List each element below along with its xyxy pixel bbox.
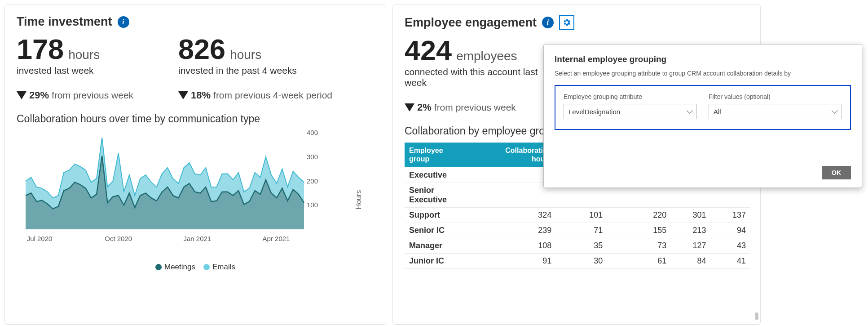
metric2-subtitle: invested in the past 4 weeks xyxy=(178,65,313,76)
filter-select-value: All xyxy=(714,108,721,116)
cell-value: 137 xyxy=(711,208,750,223)
eng-metric-unit: employees xyxy=(456,49,517,63)
cell-value: 127 xyxy=(671,238,710,254)
down-triangle-icon xyxy=(178,91,188,99)
time-investment-card: Time investment i 178 hours invested las… xyxy=(4,4,386,325)
cell-value: 94 xyxy=(711,223,750,238)
eng-metric-number: 424 xyxy=(405,36,452,65)
chart-legend: Meetings Emails xyxy=(17,263,374,272)
svg-text:400: 400 xyxy=(307,130,318,136)
time-card-title: Time investment xyxy=(17,15,112,29)
eng-delta: 2% from previous week xyxy=(405,102,539,113)
cell-value: 84 xyxy=(671,254,710,269)
chart-svg: 100200300400Jul 2020Oct 2020Jan 2021Apr … xyxy=(17,130,331,247)
cell-value: 91 xyxy=(458,254,556,269)
metric2-number: 826 xyxy=(178,35,225,63)
gear-icon xyxy=(562,18,571,27)
attr-select-value: LevelDesignation xyxy=(568,108,620,116)
svg-text:300: 300 xyxy=(307,153,318,161)
metric2-unit: hours xyxy=(230,48,261,62)
svg-text:Jan 2021: Jan 2021 xyxy=(183,235,211,242)
down-triangle-icon xyxy=(17,91,26,99)
settings-button[interactable] xyxy=(559,15,574,30)
legend-emails-label: Emails xyxy=(212,263,235,272)
popup-form: Employee grouping attribute LevelDesigna… xyxy=(555,85,851,130)
cell-group: Manager xyxy=(405,238,458,254)
time-card-header: Time investment i xyxy=(17,15,374,29)
delta1-pct: 29% xyxy=(29,89,49,101)
th-employee-group[interactable]: Employeegroup xyxy=(405,143,458,167)
cell-value: 73 xyxy=(607,238,671,254)
legend-emails[interactable]: Emails xyxy=(203,263,235,272)
svg-text:Jul 2020: Jul 2020 xyxy=(27,235,53,242)
down-triangle-icon xyxy=(405,103,414,112)
attr-select[interactable]: LevelDesignation xyxy=(564,104,697,119)
cell-value: 239 xyxy=(458,223,556,238)
svg-text:200: 200 xyxy=(307,177,318,185)
delta-previous-week: 29% from previous week xyxy=(17,89,151,101)
cell-value xyxy=(458,183,556,208)
chart-y-axis-label: Hours xyxy=(355,190,363,210)
cell-group: Senior Executive xyxy=(405,183,458,208)
cell-value: 155 xyxy=(607,223,671,238)
collab-hours-chart: 100200300400Jul 2020Oct 2020Jan 2021Apr … xyxy=(17,130,362,261)
chevron-down-icon xyxy=(687,107,693,114)
cell-value: 43 xyxy=(711,238,750,254)
cell-group: Junior IC xyxy=(405,254,458,269)
legend-dot-icon xyxy=(155,264,162,270)
delta2-pct: 18% xyxy=(191,89,211,101)
cell-value: 35 xyxy=(556,238,607,254)
popup-description: Select an employee grouping attribute to… xyxy=(555,70,851,77)
cell-value: 30 xyxy=(556,254,607,269)
metric1-number: 178 xyxy=(17,35,64,63)
table-row[interactable]: Junior IC9130618441 xyxy=(405,254,750,269)
th-collab-hours[interactable]: Collaborationhours xyxy=(458,143,556,167)
cell-value: 101 xyxy=(556,208,607,223)
cell-value: 41 xyxy=(711,254,750,269)
filter-label: Filter values (optional) xyxy=(709,93,842,100)
svg-text:Oct 2020: Oct 2020 xyxy=(105,235,132,242)
filter-select[interactable]: All xyxy=(709,104,842,119)
delta1-label: from previous week xyxy=(52,90,133,101)
legend-meetings[interactable]: Meetings xyxy=(155,263,195,272)
metric1-unit: hours xyxy=(68,48,100,62)
cell-value: 324 xyxy=(458,208,556,223)
cell-value: 220 xyxy=(607,208,671,223)
cell-group: Executive xyxy=(405,167,458,183)
cell-value: 61 xyxy=(607,254,671,269)
svg-text:100: 100 xyxy=(307,201,318,209)
info-icon[interactable]: i xyxy=(118,16,129,28)
employee-grouping-popup: Internal employee grouping Select an emp… xyxy=(543,44,862,188)
ok-button[interactable]: OK xyxy=(822,166,851,179)
eng-card-header: Employee engagement i xyxy=(405,15,749,30)
eng-metric-subtitle: connected with this account last week xyxy=(405,67,548,88)
eng-delta-pct: 2% xyxy=(417,102,432,113)
cell-value: 213 xyxy=(671,223,710,238)
metric-hours-4weeks: 826 hours invested in the past 4 weeks xyxy=(178,35,313,76)
svg-text:Apr 2021: Apr 2021 xyxy=(263,235,290,242)
delta2-label: from previous 4-week period xyxy=(213,90,332,101)
legend-meetings-label: Meetings xyxy=(164,263,195,272)
info-icon[interactable]: i xyxy=(542,17,554,28)
popup-title: Internal employee grouping xyxy=(555,54,851,64)
table-row[interactable]: Support324101220301137 xyxy=(405,208,750,223)
metric1-subtitle: invested last week xyxy=(17,65,151,76)
legend-dot-icon xyxy=(203,264,210,270)
table-row[interactable]: Senior IC2397115521394 xyxy=(405,223,750,238)
cell-group: Support xyxy=(405,208,458,223)
scrollbar-down-icon[interactable] xyxy=(755,313,758,320)
cell-group: Senior IC xyxy=(405,223,458,238)
chevron-down-icon xyxy=(832,107,838,114)
eng-delta-label: from previous week xyxy=(434,102,516,113)
delta-previous-4week: 18% from previous 4-week period xyxy=(178,89,332,101)
chart-title: Collaboration hours over time by communi… xyxy=(17,113,374,125)
cell-value: 71 xyxy=(556,223,607,238)
eng-card-title: Employee engagement xyxy=(405,16,537,30)
attr-label: Employee grouping attribute xyxy=(564,93,697,100)
cell-value xyxy=(458,167,556,183)
cell-value: 108 xyxy=(458,238,556,254)
cell-value: 301 xyxy=(671,208,710,223)
metric-hours-last-week: 178 hours invested last week xyxy=(17,35,151,76)
table-row[interactable]: Manager108357312743 xyxy=(405,238,750,254)
